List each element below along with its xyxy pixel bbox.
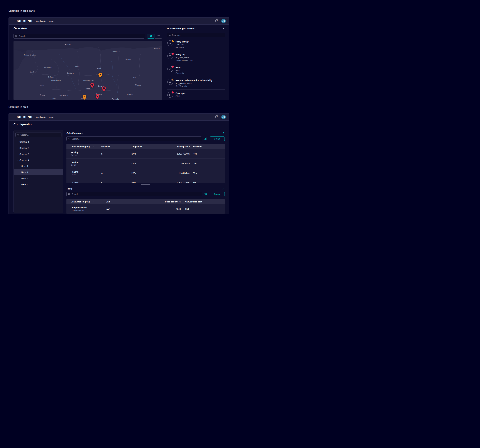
- error-badge-icon: !: [172, 53, 174, 55]
- sidebar-item-campus-2[interactable]: Campus 2: [14, 145, 63, 151]
- create-button[interactable]: Create: [210, 136, 225, 141]
- row-heating-value: 11.8 kWh/kg: [170, 172, 190, 175]
- row-base-unit: Kg: [101, 172, 132, 175]
- row-target-unit: kWh: [132, 182, 170, 183]
- sidebar-item-campus-4[interactable]: Campus 4: [14, 157, 63, 163]
- sidebar-search: [15, 133, 61, 137]
- table-row[interactable]: Compressed airCompressed airkWh45.00Text: [66, 204, 225, 214]
- map[interactable]: LatviaDenmarkMoscowLithuaniaUnited Kingd…: [14, 42, 162, 100]
- map-pin-error[interactable]: !: [90, 83, 94, 88]
- horizontal-scrollbar[interactable]: [141, 184, 150, 185]
- alarm-item[interactable]: !Relay tripReyrolle_7SRSWinter (Gethen) …: [167, 51, 225, 64]
- sidebar-item-label: Campus 3: [19, 153, 29, 155]
- svg-text:!: !: [172, 53, 173, 55]
- close-icon[interactable]: [222, 27, 225, 30]
- filter-icon[interactable]: [204, 193, 207, 196]
- row-heating-value: 9.8 kWh/l: [170, 162, 190, 165]
- map-pin-warning[interactable]: !: [99, 73, 102, 78]
- list-icon: [157, 35, 160, 37]
- column-header-consumption-group[interactable]: Consumption group: [71, 146, 101, 148]
- collapse-section-icon[interactable]: [222, 132, 225, 134]
- sidebar-item-meter-4[interactable]: Meter 4: [14, 181, 63, 188]
- app-launcher-icon[interactable]: [12, 116, 14, 119]
- help-button[interactable]: ?: [215, 115, 219, 119]
- overview-search-input[interactable]: [19, 35, 143, 37]
- svg-text:!: !: [172, 91, 173, 93]
- search-icon: [17, 134, 19, 136]
- row-group: Compressed air: [71, 206, 106, 209]
- warning-badge-icon: !: [171, 78, 174, 81]
- table-header-row: Consumption groupBase unitTarget unitHea…: [66, 144, 225, 149]
- map-pin-error[interactable]: !: [96, 94, 99, 99]
- alarm-asset: FPI 1: [176, 95, 186, 98]
- sidebar-item-meter-1[interactable]: Meter 1: [14, 163, 63, 169]
- map-pin-error[interactable]: !: [102, 86, 106, 92]
- collapse-section-icon[interactable]: [222, 188, 225, 190]
- alarm-item[interactable]: !FaultFPI 1Equus site: [167, 64, 225, 77]
- alarm-site: Rama site: [176, 46, 189, 49]
- table-row[interactable]: HeatingBio gasm³kWh6.433 kWh/m³Yes: [66, 149, 225, 159]
- row-annual-fixed-cost: Text: [181, 208, 225, 210]
- sidebar-item-meter-2[interactable]: Meter 2: [14, 169, 63, 175]
- tarifs-search-input[interactable]: [72, 193, 200, 195]
- fault-icon: [169, 68, 172, 70]
- table-row[interactable]: HeatingBio oillkWh9.8 kWh/lYes: [66, 159, 225, 168]
- search-icon: [15, 35, 17, 37]
- row-target-unit: kWh: [132, 153, 170, 155]
- user-avatar[interactable]: JD: [221, 115, 226, 119]
- svg-text:!: !: [97, 95, 98, 97]
- search-icon: [68, 193, 71, 195]
- row-detail: Bio gas: [71, 154, 101, 156]
- overview-window: SIEMENS Application name ? JD Overview: [8, 17, 229, 100]
- alarm-item[interactable]: !Relay pickupSIPS_104Rama site: [167, 38, 225, 51]
- row-unit: kWh: [106, 208, 151, 210]
- table-row[interactable]: HeatingDieselKgkWh11.8 kWh/kgYes: [66, 168, 225, 178]
- column-header-gaseous: Gaseous: [190, 146, 225, 148]
- table-row[interactable]: Heatingm³kWh6.433 kWh/m³No: [66, 178, 225, 183]
- tarifs-search: [66, 192, 202, 196]
- sidebar-item-campus-1[interactable]: Campus 1: [14, 139, 63, 145]
- alarm-item[interactable]: !Door openFPI 1: [167, 90, 225, 100]
- row-group: Heating: [71, 151, 101, 154]
- map-pins-layer: !!!!!: [14, 42, 162, 100]
- create-button[interactable]: Create: [210, 192, 225, 196]
- door-icon: [169, 93, 172, 96]
- user-avatar[interactable]: JD: [221, 19, 226, 23]
- alarm-site: Equus site: [176, 72, 184, 74]
- alarm-site: Gas Town site: [176, 85, 212, 87]
- map-view-toggle[interactable]: [147, 34, 155, 39]
- filter-icon[interactable]: [204, 137, 207, 140]
- help-button[interactable]: ?: [215, 19, 219, 23]
- alarm-title: Fault: [176, 66, 184, 69]
- alarm-device-icon: !: [167, 92, 173, 98]
- sort-icon: [92, 146, 94, 147]
- sidebar-search-input[interactable]: [21, 134, 60, 136]
- app-launcher-icon[interactable]: [12, 20, 14, 22]
- error-badge-icon: !: [172, 65, 174, 68]
- chevron-right-icon: [16, 147, 18, 149]
- column-header-unit: Unit: [106, 201, 151, 203]
- sidebar-item-label: Meter 4: [21, 183, 28, 186]
- row-detail: Compressed air: [71, 209, 106, 212]
- configuration-sidebar: Campus 1Campus 2Campus 3Campus 4Meter 1M…: [14, 130, 64, 213]
- calorific-search-input[interactable]: [72, 138, 200, 140]
- tarifs-table: Consumption groupUnitPrice per unit (€)A…: [66, 199, 225, 214]
- alarm-item[interactable]: !Remote code execution vulnerabilityRugg…: [167, 77, 225, 90]
- configuration-title: Configuration: [14, 123, 33, 126]
- configuration-content: Calorific values Create Consumption grou…: [66, 130, 225, 214]
- alarm-device-icon: !: [167, 40, 173, 46]
- location-pin-icon: [150, 35, 152, 37]
- map-pin-warning[interactable]: !: [83, 95, 86, 100]
- list-view-toggle[interactable]: [155, 34, 162, 39]
- relay-device-icon: [169, 55, 172, 58]
- sidebar-item-meter-3[interactable]: Meter 3: [14, 175, 63, 181]
- app-header: SIEMENS Application name ? JD: [9, 18, 229, 25]
- sidebar-item-campus-3[interactable]: Campus 3: [14, 151, 63, 157]
- configuration-window: SIEMENS Application name ? JD Configurat…: [8, 113, 229, 214]
- alarms-search-input[interactable]: [172, 34, 223, 36]
- alarms-search: [167, 33, 225, 37]
- column-header-price-per-unit: Price per unit (€): [151, 201, 181, 203]
- row-heating-value: 6.433 kWh/m³: [170, 182, 190, 183]
- asset-tree: Campus 1Campus 2Campus 3Campus 4Meter 1M…: [15, 139, 61, 188]
- column-header-consumption-group[interactable]: Consumption group: [71, 201, 106, 203]
